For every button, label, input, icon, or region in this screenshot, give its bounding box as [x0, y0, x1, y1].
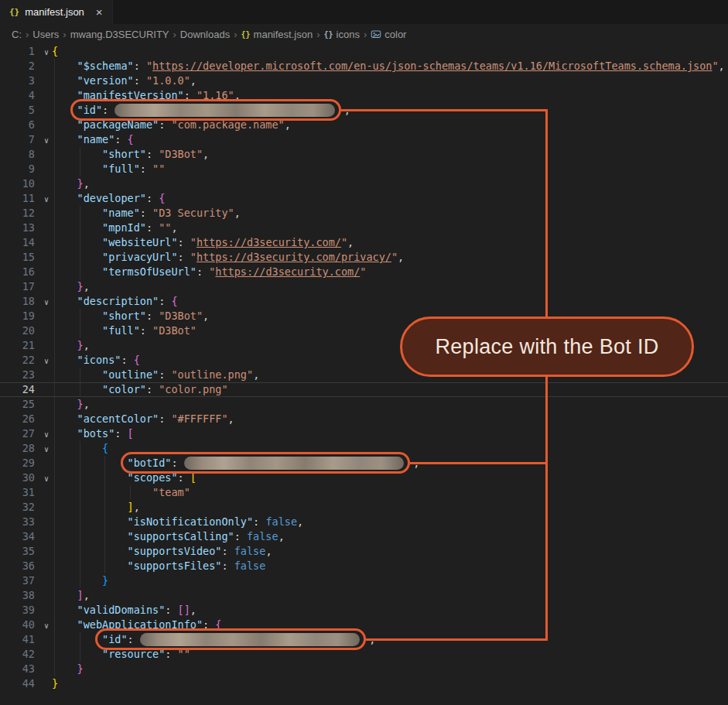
code-line-25[interactable]: 25 }, [0, 397, 728, 412]
code-line-content[interactable]: "$schema": "https://developer.microsoft.… [52, 59, 728, 74]
code-line-7[interactable]: 7∨ "name": { [0, 132, 728, 147]
code-line-content[interactable]: "id": , [52, 103, 728, 118]
code-line-content[interactable]: "botId": , [52, 456, 728, 471]
code-line-9[interactable]: 9 "full": "" [0, 162, 728, 176]
code-line-content[interactable]: "termsOfUseUrl": "https://d3security.com… [52, 265, 728, 279]
code-line-11[interactable]: 11∨ "developer": { [0, 191, 728, 206]
code-line-23[interactable]: 23 "outline": "outline.png", [0, 368, 728, 382]
code-line-content[interactable]: ], [52, 588, 728, 603]
code-line-content[interactable]: "supportsCalling": false, [52, 529, 728, 544]
code-line-24[interactable]: 24 "color": "color.png" [0, 382, 728, 397]
code-line-21[interactable]: 21 }, [0, 338, 728, 353]
code-line-42[interactable]: 42 "resource": "" [0, 647, 728, 662]
breadcrumb-item-downloads[interactable]: Downloads [180, 29, 230, 40]
code-line-34[interactable]: 34 "supportsCalling": false, [0, 529, 728, 544]
code-line-content[interactable]: "isNotificationOnly": false, [52, 515, 728, 529]
code-line-2[interactable]: 2 "$schema": "https://developer.microsof… [0, 59, 728, 74]
code-line-40[interactable]: 40∨ "webApplicationInfo": { [0, 618, 728, 632]
code-line-content[interactable]: "outline": "outline.png", [52, 368, 728, 382]
code-line-content[interactable]: "packageName": "com.package.name", [52, 118, 728, 132]
code-line-22[interactable]: 22∨ "icons": { [0, 353, 728, 368]
breadcrumb-item-color[interactable]: color [371, 29, 406, 40]
code-line-content[interactable]: "full": "D3Bot" [52, 323, 728, 338]
code-line-14[interactable]: 14 "websiteUrl": "https://d3security.com… [0, 235, 728, 250]
code-line-content[interactable]: "validDomains": [], [52, 603, 728, 618]
code-line-content[interactable]: } [52, 662, 728, 676]
code-line-content[interactable]: ], [52, 500, 728, 515]
code-line-content[interactable]: "name": { [52, 132, 728, 147]
tab-manifest-json[interactable]: {} manifest.json × [0, 0, 113, 24]
code-line-content[interactable]: "accentColor": "#FFFFFF", [52, 412, 728, 426]
breadcrumb-item-user-folder[interactable]: mwang.D3SECURITY [70, 29, 169, 40]
code-line-content[interactable]: }, [52, 176, 728, 191]
fold-chevron-down-icon[interactable]: ∨ [44, 354, 49, 368]
code-line-content[interactable]: "supportsVideo": false, [52, 544, 728, 559]
fold-chevron-down-icon[interactable]: ∨ [44, 192, 49, 207]
code-line-content[interactable]: "resource": "" [52, 647, 728, 662]
code-line-content[interactable]: "privacyUrl": "https://d3security.com/pr… [52, 250, 728, 265]
code-line-16[interactable]: 16 "termsOfUseUrl": "https://d3security.… [0, 265, 728, 279]
code-line-content[interactable]: "icons": { [52, 353, 728, 368]
code-line-29[interactable]: 29 "botId": , [0, 456, 728, 471]
code-line-5[interactable]: 5 "id": , [0, 103, 728, 118]
code-line-6[interactable]: 6 "packageName": "com.package.name", [0, 118, 728, 132]
code-line-content[interactable]: "short": "D3Bot", [52, 309, 728, 323]
code-line-13[interactable]: 13 "mpnId": "", [0, 221, 728, 235]
code-line-27[interactable]: 27∨ "bots": [ [0, 426, 728, 441]
code-line-content[interactable]: "mpnId": "", [52, 221, 728, 235]
code-line-36[interactable]: 36 "supportsFiles": false [0, 559, 728, 573]
code-line-37[interactable]: 37 } [0, 573, 728, 588]
code-line-39[interactable]: 39 "validDomains": [], [0, 603, 728, 618]
code-line-18[interactable]: 18∨ "description": { [0, 294, 728, 309]
code-line-43[interactable]: 43 } [0, 662, 728, 676]
code-line-content[interactable]: "color": "color.png" [52, 382, 728, 397]
code-line-20[interactable]: 20 "full": "D3Bot" [0, 323, 728, 338]
code-line-41[interactable]: 41 "id": , [0, 632, 728, 647]
code-line-10[interactable]: 10 }, [0, 176, 728, 191]
breadcrumb-item-users[interactable]: Users [32, 29, 59, 40]
code-line-content[interactable]: } [52, 573, 728, 588]
editor-code-area[interactable]: 1∨{2 "$schema": "https://developer.micro… [0, 44, 728, 691]
code-line-26[interactable]: 26 "accentColor": "#FFFFFF", [0, 412, 728, 426]
code-line-15[interactable]: 15 "privacyUrl": "https://d3security.com… [0, 250, 728, 265]
fold-chevron-down-icon[interactable]: ∨ [44, 618, 49, 633]
code-line-28[interactable]: 28∨ { [0, 441, 728, 456]
code-line-content[interactable]: }, [52, 397, 728, 412]
close-icon[interactable]: × [96, 6, 103, 18]
code-line-33[interactable]: 33 "isNotificationOnly": false, [0, 515, 728, 529]
code-line-content[interactable]: } [52, 676, 728, 691]
code-line-38[interactable]: 38 ], [0, 588, 728, 603]
code-line-content[interactable]: "description": { [52, 294, 728, 309]
code-line-content[interactable]: }, [52, 338, 728, 353]
code-line-content[interactable]: "version": "1.0.0", [52, 74, 728, 88]
code-line-content[interactable]: "scopes": [ [52, 471, 728, 485]
code-line-4[interactable]: 4 "manifestVersion": "1.16", [0, 88, 728, 103]
code-line-content[interactable]: }, [52, 279, 728, 294]
code-line-3[interactable]: 3 "version": "1.0.0", [0, 74, 728, 88]
code-line-content[interactable]: { [52, 441, 728, 456]
breadcrumb-item-icons[interactable]: {} icons [324, 29, 360, 40]
code-line-1[interactable]: 1∨{ [0, 44, 728, 59]
code-line-17[interactable]: 17 }, [0, 279, 728, 294]
code-line-19[interactable]: 19 "short": "D3Bot", [0, 309, 728, 323]
code-line-32[interactable]: 32 ], [0, 500, 728, 515]
code-line-8[interactable]: 8 "short": "D3Bot", [0, 147, 728, 162]
code-line-content[interactable]: { [52, 44, 728, 59]
fold-chevron-down-icon[interactable]: ∨ [44, 471, 49, 486]
fold-chevron-down-icon[interactable]: ∨ [44, 45, 49, 60]
code-line-44[interactable]: 44} [0, 676, 728, 691]
fold-chevron-down-icon[interactable]: ∨ [44, 427, 49, 442]
code-line-content[interactable]: "team" [52, 485, 728, 500]
fold-chevron-down-icon[interactable]: ∨ [44, 442, 49, 457]
code-line-content[interactable]: "developer": { [52, 191, 728, 206]
code-line-content[interactable]: "webApplicationInfo": { [52, 618, 728, 632]
code-line-30[interactable]: 30∨ "scopes": [ [0, 471, 728, 485]
code-line-12[interactable]: 12 "name": "D3 Security", [0, 206, 728, 221]
code-line-content[interactable]: "id": , [52, 632, 728, 647]
code-line-content[interactable]: "bots": [ [52, 426, 728, 441]
code-line-content[interactable]: "manifestVersion": "1.16", [52, 88, 728, 103]
code-line-content[interactable]: "full": "" [52, 162, 728, 176]
code-line-content[interactable]: "supportsFiles": false [52, 559, 728, 573]
code-line-content[interactable]: "websiteUrl": "https://d3security.com/", [52, 235, 728, 250]
code-line-content[interactable]: "short": "D3Bot", [52, 147, 728, 162]
